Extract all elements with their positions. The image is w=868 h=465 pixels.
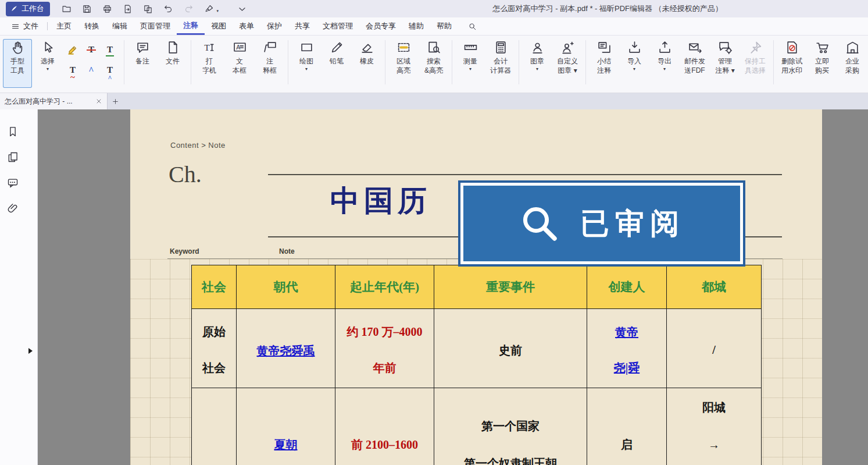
file-attachment-button[interactable]: 文件 — [158, 39, 187, 88]
menu-item-12[interactable]: 辅助 — [402, 17, 430, 35]
menu-item-6[interactable]: 视图 — [205, 17, 233, 35]
strikeout-text-button[interactable]: T — [83, 40, 100, 59]
table-header-cell: 朝代 — [237, 265, 335, 309]
import-comments-button[interactable]: 导入▾ — [620, 39, 649, 88]
underline-text-button[interactable]: T — [101, 40, 119, 59]
t-underline-icon: T — [104, 44, 116, 56]
t-insert-icon: ^ — [85, 65, 97, 76]
replace-text-button[interactable]: T — [101, 61, 119, 80]
export-pdf-button[interactable] — [120, 2, 134, 15]
comments-panel-button[interactable] — [7, 177, 20, 189]
menu-item-9[interactable]: 共享 — [288, 17, 316, 35]
menu-item-8[interactable]: 保护 — [260, 17, 288, 35]
undo-button[interactable] — [161, 2, 175, 15]
menu-item-label: 页面管理 — [140, 21, 170, 31]
comment-icon — [7, 177, 19, 189]
callout-button[interactable]: 注释框 — [255, 39, 284, 88]
menu-item-1[interactable]: 主页 — [50, 17, 78, 35]
insert-text-button[interactable]: ^ — [83, 61, 100, 80]
close-tab-icon[interactable] — [95, 98, 102, 105]
button-label: 送FDF — [684, 66, 705, 75]
custom-stamp-button[interactable]: 自定义图章 ▾ — [553, 39, 582, 88]
table-cell: 前 2100–1600 — [335, 388, 434, 465]
save-button[interactable] — [80, 2, 94, 15]
menu-item-10[interactable]: 文档管理 — [316, 17, 359, 35]
squiggly-underline-button[interactable]: T — [64, 61, 81, 80]
menu-item-0[interactable]: 文件 — [5, 17, 45, 35]
enterprise-purchase-button[interactable]: 企业采购 — [838, 39, 867, 88]
summarize-comments-button[interactable]: 小结注释 — [590, 39, 619, 88]
export-comments-button[interactable]: 导出▾ — [650, 39, 679, 88]
document-tab[interactable]: 怎么面对高中学习 - ... — [0, 93, 108, 109]
button-label: 保持工 — [745, 56, 766, 66]
menu-item-label: 编辑 — [112, 21, 127, 31]
menu-item-2[interactable]: 转换 — [78, 17, 106, 35]
menu-item-13[interactable]: 帮助 — [430, 17, 458, 35]
note-comment-button[interactable]: 备注 — [128, 39, 157, 88]
table-text: 史前 — [434, 343, 587, 357]
button-label: 手型 — [10, 56, 24, 66]
open-button[interactable] — [59, 2, 73, 15]
cursor-icon — [41, 40, 55, 55]
attachments-panel-button[interactable] — [7, 203, 20, 214]
hand-tool-button[interactable]: 手型工具 — [3, 39, 32, 88]
menu-item-4[interactable]: 页面管理 — [134, 17, 177, 35]
new-tab-button[interactable] — [108, 93, 123, 109]
document-viewport[interactable]: Content > Note Ch. 中国历 Keyword Note 社会朝代… — [38, 109, 868, 465]
menu-item-label: 文档管理 — [323, 21, 353, 31]
remove-trial-watermark-button[interactable]: 删除试用水印 — [777, 39, 806, 88]
accounting-calculator-button[interactable]: 会计计算器 — [486, 39, 515, 88]
manage-comments-button[interactable]: 管理注释 ▾ — [710, 39, 740, 88]
pages-panel-button[interactable] — [7, 151, 20, 163]
page-title: 中国历 — [330, 182, 431, 221]
table-text: 启 — [587, 438, 666, 452]
mail-icon — [688, 40, 702, 55]
customize-quick-access-button[interactable] — [235, 2, 249, 15]
stamp-tool-button[interactable]: 图章▾ — [523, 39, 552, 88]
table-link[interactable]: 黄帝 — [587, 325, 666, 339]
highlight-text-button[interactable] — [64, 40, 81, 59]
menu-item-7[interactable]: 表单 — [233, 17, 260, 35]
email-fdf-button[interactable]: 邮件发送FDF — [680, 39, 709, 88]
measure-button[interactable]: 测量▾ — [456, 39, 485, 88]
pdf-page[interactable]: Content > Note Ch. 中国历 Keyword Note 社会朝代… — [130, 109, 822, 465]
table-header-cell: 社会 — [192, 265, 237, 309]
search-and-highlight-button[interactable]: 搜索&高亮 — [419, 39, 448, 88]
table-cell: 启 — [587, 388, 667, 465]
table-link[interactable]: 黄帝尧舜禹 — [237, 344, 335, 358]
workspace-button[interactable]: 工作台 — [6, 2, 50, 16]
summary-icon — [597, 40, 612, 55]
print-button[interactable] — [100, 2, 114, 15]
typewriter-button[interactable]: T打字机 — [195, 39, 224, 88]
window-titlebar: 工作台 ▾ 怎么面对高中学习 - 副本.pdf * - 福昕PDF编辑器 （未经… — [0, 0, 868, 17]
eraser-tool-button[interactable]: 橡皮 — [352, 39, 381, 88]
search-button[interactable] — [464, 17, 480, 35]
export-icon — [658, 40, 672, 55]
pencil-tool-button[interactable]: 铅笔 — [322, 39, 351, 88]
ribbon-separator — [288, 40, 288, 84]
menu-item-3[interactable]: 编辑 — [106, 17, 134, 35]
table-link[interactable]: 尧|舜 — [587, 361, 666, 375]
reviewed-stamp[interactable]: 已审阅 — [458, 180, 745, 267]
menu-item-11[interactable]: 会员专享 — [359, 17, 402, 35]
highlighter-icon — [67, 44, 78, 56]
button-label: &高亮 — [424, 66, 443, 75]
panel-expand-handle[interactable] — [28, 348, 33, 354]
buy-now-button[interactable]: 立即购买 — [808, 39, 837, 88]
menu-item-label: 辅助 — [409, 21, 424, 31]
ribbon-toolbar: 手型工具选择▾TTT^T备注文件T打字机A文本框注释框绘图▾铅笔橡皮区域高亮搜索… — [0, 36, 868, 93]
select-tool-button[interactable]: 选择▾ — [33, 39, 62, 88]
button-label: 工具 — [10, 66, 24, 75]
area-highlight-button[interactable]: 区域高亮 — [389, 39, 418, 88]
page-breadcrumb: Content > Note — [170, 141, 226, 150]
table-link[interactable]: 夏朝 — [237, 438, 335, 452]
menu-item-5[interactable]: 注释 — [177, 17, 205, 35]
bookmarks-panel-button[interactable] — [7, 126, 20, 137]
menu-item-label: 文件 — [23, 21, 38, 31]
drawing-button[interactable]: 绘图▾ — [292, 39, 321, 88]
convert-button[interactable] — [141, 2, 155, 15]
textbox-button[interactable]: A文本框 — [225, 39, 254, 88]
dropdown-caret-icon: ▾ — [216, 9, 219, 13]
format-brush-button[interactable]: ▾ — [202, 2, 216, 15]
keep-tool-selected-button: 保持工具选择 — [741, 39, 770, 88]
